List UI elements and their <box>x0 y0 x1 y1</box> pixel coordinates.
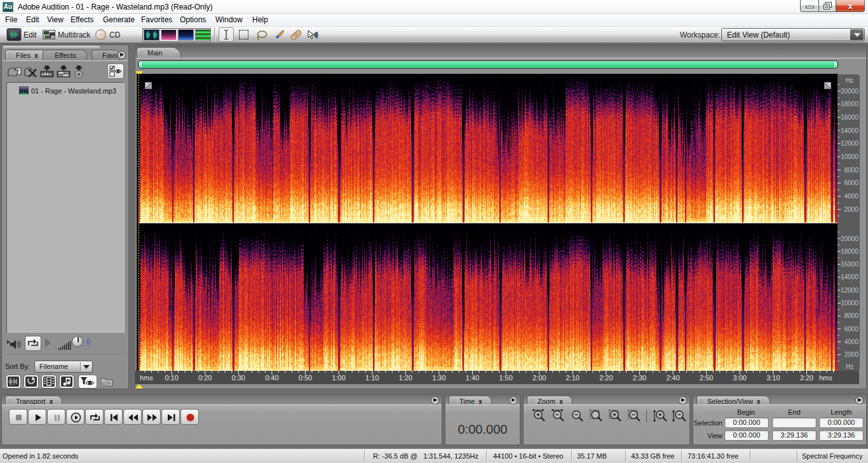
svg-text:1:40: 1:40 <box>466 374 479 382</box>
svg-text:1:20: 1:20 <box>399 374 412 382</box>
svg-text:14000: 14000 <box>841 127 858 134</box>
svg-text:2000: 2000 <box>844 206 859 213</box>
svg-text:6000: 6000 <box>844 326 859 333</box>
svg-text:0:30: 0:30 <box>232 374 245 382</box>
svg-text:10000: 10000 <box>841 300 858 307</box>
svg-text:8000: 8000 <box>844 312 859 319</box>
svg-text:2:10: 2:10 <box>566 374 580 382</box>
svg-text:3:10: 3:10 <box>766 374 780 382</box>
svg-text:3:00: 3:00 <box>733 374 747 382</box>
svg-text:3:20: 3:20 <box>800 374 813 382</box>
svg-text:0:20: 0:20 <box>198 374 212 382</box>
svg-text:0:10: 0:10 <box>165 374 178 382</box>
svg-text:2:00: 2:00 <box>532 374 546 382</box>
svg-text:2000: 2000 <box>844 351 859 358</box>
svg-text:12000: 12000 <box>841 287 858 294</box>
svg-text:hms: hms <box>140 374 153 382</box>
svg-text:6000: 6000 <box>844 179 859 186</box>
svg-text:c:\>: c:\> <box>102 380 111 386</box>
svg-text:0:50: 0:50 <box>299 374 312 382</box>
svg-text:2:20: 2:20 <box>599 374 613 382</box>
svg-text:4000: 4000 <box>844 338 859 345</box>
svg-text:1:50: 1:50 <box>499 374 512 382</box>
svg-text:12000: 12000 <box>841 140 858 147</box>
svg-text:hms: hms <box>819 374 832 382</box>
svg-text:18000: 18000 <box>841 100 858 107</box>
svg-text:16000: 16000 <box>841 114 858 121</box>
svg-text:2:30: 2:30 <box>633 374 646 382</box>
svg-text:10000: 10000 <box>841 153 858 160</box>
svg-text:18000: 18000 <box>841 248 858 255</box>
svg-text:Hz: Hz <box>846 363 853 370</box>
svg-text:2:40: 2:40 <box>666 374 679 382</box>
svg-text:14000: 14000 <box>841 273 858 280</box>
svg-text:1:00: 1:00 <box>332 374 345 382</box>
svg-text:0:40: 0:40 <box>265 374 278 382</box>
svg-text:8000: 8000 <box>844 167 859 174</box>
svg-text:16000: 16000 <box>841 261 858 268</box>
svg-text:1:30: 1:30 <box>432 374 445 382</box>
svg-text:20000: 20000 <box>841 235 858 242</box>
svg-text:20000: 20000 <box>841 88 858 95</box>
svg-text:1:10: 1:10 <box>365 374 379 382</box>
svg-text:4000: 4000 <box>844 193 859 200</box>
svg-text:Hz: Hz <box>846 77 853 84</box>
svg-text:2:50: 2:50 <box>700 374 713 382</box>
